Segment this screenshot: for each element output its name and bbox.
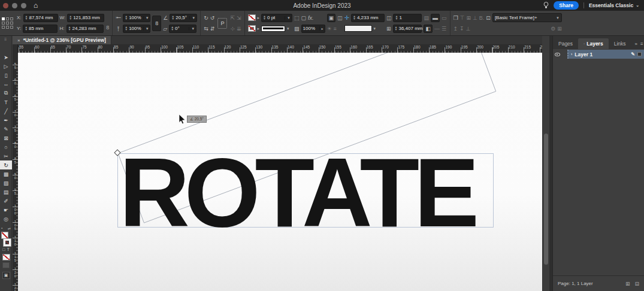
- fill-color-dropdown[interactable]: [344, 25, 372, 32]
- page-tool[interactable]: ▯: [0, 71, 12, 80]
- align-baseline-icon[interactable]: ≡: [334, 26, 337, 32]
- type-tool[interactable]: T: [0, 98, 12, 107]
- opacity-field[interactable]: 100%▸: [301, 25, 325, 33]
- pencil-tool[interactable]: ✎: [0, 125, 12, 134]
- rectangle-frame-tool[interactable]: ⊠: [0, 134, 12, 143]
- flip-horizontal-button[interactable]: ⇆: [204, 26, 208, 32]
- fit-content-proportionally-button[interactable]: ◫: [337, 15, 343, 21]
- balance-columns-icon[interactable]: ⊥: [466, 26, 471, 32]
- numbered-list-icon[interactable]: ◧: [424, 25, 433, 33]
- stroke-type-dropdown[interactable]: [261, 26, 285, 32]
- default-swatches-icon[interactable]: ▪: [1, 226, 2, 231]
- corner-shape-icon[interactable]: ▢: [301, 15, 307, 21]
- formatting-affects-text-icon[interactable]: T: [7, 247, 9, 251]
- content-grabber-indicator[interactable]: P: [217, 18, 227, 29]
- center-content-icon[interactable]: ⊹: [230, 26, 235, 32]
- rotate-cw-button[interactable]: ↻: [204, 15, 208, 21]
- layer-selected-row[interactable]: › Layer 1 ✎: [567, 50, 644, 59]
- content-collector-tool[interactable]: ⧉: [0, 89, 12, 98]
- note-tool[interactable]: ▤: [0, 187, 12, 196]
- line-tool[interactable]: ╱: [0, 107, 12, 116]
- text-frame-options-icon[interactable]: ❒: [453, 15, 458, 21]
- x-field[interactable]: ▲▼87,574 mm: [23, 14, 58, 22]
- effects-fx-icon[interactable]: fx.: [308, 15, 314, 21]
- columns-field[interactable]: ▲▼1: [393, 14, 422, 22]
- stroke-swatch-none[interactable]: [248, 25, 256, 32]
- layer-visibility-eye-icon[interactable]: [555, 53, 560, 56]
- formatting-affects-container-icon[interactable]: □: [2, 247, 5, 251]
- selection-tool[interactable]: ➤: [0, 53, 12, 62]
- align-top-button[interactable]: ⊤: [460, 15, 465, 21]
- apply-gradient-button[interactable]: [2, 262, 10, 268]
- gutter-field[interactable]: ▲▼36,407 mm: [393, 25, 422, 33]
- fill-arrow-icon[interactable]: ▸: [258, 16, 260, 20]
- vertical-scrollbar[interactable]: [542, 53, 549, 291]
- quick-apply-icon[interactable]: ⚙: [551, 26, 555, 32]
- vertical-ruler[interactable]: 556065707580859095100105110115120125: [13, 53, 18, 291]
- y-field[interactable]: ▲▼85 mm: [23, 25, 58, 33]
- stroke-proxy-swatch[interactable]: [4, 239, 11, 246]
- stroke-weight-field[interactable]: ▲▼0 pt▼: [261, 14, 292, 22]
- layer-row[interactable]: › Layer 1 ✎: [553, 50, 644, 59]
- tab-pages[interactable]: Pages: [553, 38, 578, 49]
- layer-expander-icon[interactable]: ›: [571, 52, 572, 56]
- window-minimize-button[interactable]: [12, 3, 17, 8]
- align-center-button[interactable]: ⊞: [466, 15, 471, 21]
- w-field[interactable]: ▲▼121,853 mm: [67, 14, 104, 22]
- new-layer-button[interactable]: ⊞: [625, 281, 630, 287]
- bullet-options-icon[interactable]: B.: [479, 15, 485, 21]
- delete-layer-button[interactable]: ⊟: [634, 281, 639, 287]
- scrollbar-thumb[interactable]: [544, 134, 548, 265]
- fit-proportional-icon[interactable]: ⇊: [237, 26, 241, 32]
- new-style-icon[interactable]: ⊞: [557, 26, 562, 32]
- text-frame[interactable]: ROTATE: [117, 153, 494, 228]
- scale-y-field[interactable]: ▲▼100%▼: [123, 25, 150, 33]
- shear-angle-field[interactable]: ▲▼0°▼: [169, 25, 196, 33]
- object-style-dropdown[interactable]: [Basic Text Frame]+▼: [492, 13, 562, 22]
- bullet-list-icon[interactable]: ▤: [424, 15, 429, 21]
- document-tab[interactable]: × *Untitled-1 @ 236% [GPU Preview]: [13, 36, 111, 44]
- align-bottom-button[interactable]: ⊥: [473, 15, 477, 21]
- document-canvas[interactable]: ROTATE ∠ 20,5°: [18, 53, 542, 291]
- apply-none-button[interactable]: [2, 254, 10, 260]
- hand-tool[interactable]: ☛: [0, 205, 12, 214]
- stroke-arrow-icon[interactable]: ▸: [258, 26, 260, 31]
- auto-fit-icon[interactable]: ✛: [344, 15, 349, 21]
- home-icon[interactable]: ⌂: [34, 2, 38, 8]
- fit-frame-icon[interactable]: ⇲: [237, 15, 241, 21]
- horizontal-ruler[interactable]: 5560657075808590951001051101151201251301…: [13, 44, 542, 53]
- tab-links[interactable]: Links: [609, 38, 631, 49]
- baseline-grid-icon[interactable]: ☰: [442, 26, 446, 32]
- paragraph-style-icon[interactable]: ▬: [431, 14, 440, 22]
- corner-radius-field[interactable]: ▲▼4,233 mm: [351, 14, 385, 22]
- swap-fill-stroke-icon[interactable]: ⇄: [8, 226, 11, 231]
- ellipse-tool[interactable]: ○: [0, 143, 12, 151]
- direct-selection-tool[interactable]: ▷: [0, 62, 12, 71]
- pen-tool[interactable]: ✒: [0, 116, 12, 125]
- rule-above-icon[interactable]: ▭: [442, 15, 447, 21]
- ruler-origin-corner[interactable]: [13, 44, 18, 53]
- fill-swatch-none[interactable]: [248, 14, 256, 21]
- gradient-feather-tool[interactable]: ▨: [0, 178, 12, 187]
- share-button[interactable]: Share: [554, 1, 579, 10]
- layer-selection-proxy[interactable]: [637, 52, 642, 56]
- rotate-ccw-button[interactable]: ↺: [210, 15, 215, 21]
- scale-x-field[interactable]: ▲▼100%▼: [123, 14, 150, 22]
- first-baseline-icon[interactable]: ↥: [453, 26, 458, 32]
- fill-frame-proportionally-button[interactable]: ▣: [327, 14, 336, 22]
- close-tab-icon[interactable]: ×: [17, 38, 20, 43]
- screen-mode-button[interactable]: ▣: [2, 272, 10, 279]
- window-zoom-button[interactable]: [21, 3, 26, 8]
- workspace-switcher[interactable]: Essentials Classic ⌄: [589, 2, 639, 8]
- tools-panel-grip[interactable]: ⠿: [0, 36, 11, 42]
- gradient-swatch-tool[interactable]: ▩: [0, 169, 12, 178]
- panel-menu-icon[interactable]: ≡: [640, 41, 643, 47]
- layer-name[interactable]: Layer 1: [575, 51, 592, 57]
- tab-layers[interactable]: ◦ Layers: [578, 38, 609, 49]
- drop-shadow-button[interactable]: ☀: [327, 26, 332, 32]
- collapse-panel-icon[interactable]: »: [635, 41, 637, 47]
- flip-vertical-button[interactable]: ⇵: [210, 26, 215, 32]
- eyedropper-tool[interactable]: ✐: [0, 196, 12, 205]
- constrain-dimensions-icon[interactable]: 8: [106, 25, 109, 31]
- vertical-justify-icon[interactable]: ↧: [459, 26, 464, 32]
